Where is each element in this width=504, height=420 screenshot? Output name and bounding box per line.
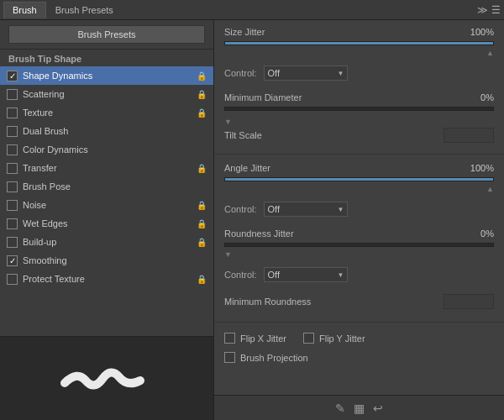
brush-item-dual-brush[interactable]: Dual Brush xyxy=(0,122,213,140)
control-select-wrapper-1: Off xyxy=(264,66,348,81)
brush-projection-checkbox[interactable] xyxy=(224,352,235,363)
min-diameter-track[interactable] xyxy=(224,107,494,111)
wet-edges-checkbox[interactable] xyxy=(7,218,18,229)
size-jitter-slider-row[interactable] xyxy=(224,41,494,49)
brush-pose-label: Brush Pose xyxy=(23,181,207,192)
size-jitter-section: Size Jitter 100% ▲ xyxy=(214,20,504,62)
flip-x-row: Flip X Jitter xyxy=(224,333,286,344)
control-row-1: Control: Off xyxy=(224,62,494,84)
texture-checkbox[interactable] xyxy=(7,108,18,118)
protect-texture-checkbox[interactable] xyxy=(7,274,18,285)
color-dynamics-label: Color Dynamics xyxy=(23,144,207,155)
min-diameter-label: Minimum Diameter xyxy=(224,92,465,102)
angle-jitter-row: Angle Jitter 100% xyxy=(224,163,494,173)
angle-jitter-slider-row[interactable] xyxy=(224,177,494,185)
min-diameter-section: Minimum Diameter 0% xyxy=(214,92,504,118)
min-diameter-slider-row[interactable] xyxy=(224,107,494,114)
lock-icon-texture: 🔒 xyxy=(197,108,207,118)
smoothing-label: Smoothing xyxy=(23,255,207,265)
smoothing-checkbox[interactable] xyxy=(7,255,18,266)
divider-1 xyxy=(214,154,504,155)
size-jitter-control: Control: Off xyxy=(214,62,504,92)
control-row-2: Control: Off xyxy=(224,198,494,220)
flip-x-label: Flip X Jitter xyxy=(240,333,286,344)
scroll-arrow-down[interactable]: ▼ xyxy=(214,118,504,126)
roundness-jitter-track[interactable] xyxy=(224,243,494,247)
brush-item-brush-pose[interactable]: Brush Pose xyxy=(0,177,213,196)
left-panel: Brush Presets Brush Tip Shape Shape Dyna… xyxy=(0,20,214,420)
flip-y-row: Flip Y Jitter xyxy=(303,333,365,344)
control-select-wrapper-3: Off xyxy=(264,267,348,282)
angle-jitter-label: Angle Jitter xyxy=(224,163,465,173)
roundness-jitter-slider-row[interactable] xyxy=(224,243,494,250)
angle-jitter-track[interactable] xyxy=(224,177,494,181)
shape-dynamics-label: Shape Dynamics xyxy=(23,71,197,81)
bottom-toolbar: ✎ ▦ ↩ xyxy=(214,395,504,420)
lock-icon-buildup: 🔒 xyxy=(197,238,207,247)
brush-item-buildup[interactable]: Build-up 🔒 xyxy=(0,233,213,251)
scattering-label: Scattering xyxy=(23,89,197,99)
roundness-jitter-row: Roundness Jitter 0% xyxy=(224,228,494,239)
expand-icon[interactable]: ≫ xyxy=(477,4,488,16)
brush-item-scattering[interactable]: Scattering 🔒 xyxy=(0,85,213,103)
back-icon[interactable]: ↩ xyxy=(373,402,383,415)
scattering-checkbox[interactable] xyxy=(7,89,18,100)
color-dynamics-checkbox[interactable] xyxy=(7,144,18,155)
brush-preview xyxy=(0,336,213,420)
grid-icon[interactable]: ▦ xyxy=(354,402,365,415)
control-select-3[interactable]: Off xyxy=(264,267,348,282)
wet-edges-label: Wet Edges xyxy=(23,218,197,228)
dual-brush-label: Dual Brush xyxy=(23,126,207,136)
brush-stroke-preview xyxy=(56,354,157,404)
brush-item-protect-texture[interactable]: Protect Texture 🔒 xyxy=(0,270,213,288)
brush-item-noise[interactable]: Noise 🔒 xyxy=(0,196,213,214)
scroll-arrow-up[interactable]: ▲ xyxy=(224,49,494,57)
angle-jitter-value: 100% xyxy=(465,163,494,173)
control-select-1[interactable]: Off xyxy=(264,66,348,81)
brush-projection-label: Brush Projection xyxy=(240,353,308,363)
buildup-checkbox[interactable] xyxy=(7,237,18,248)
min-roundness-input[interactable] xyxy=(444,294,494,309)
brush-item-texture[interactable]: Texture 🔒 xyxy=(0,103,213,122)
lock-icon-transfer: 🔒 xyxy=(197,164,207,173)
scroll-arrow-roundness[interactable]: ▼ xyxy=(224,250,494,259)
tilt-scale-input[interactable] xyxy=(444,128,494,143)
brush-item-transfer[interactable]: Transfer 🔒 xyxy=(0,159,213,177)
angle-jitter-fill xyxy=(225,178,493,181)
roundness-jitter-label: Roundness Jitter xyxy=(224,228,465,239)
scroll-arrow-angle[interactable]: ▲ xyxy=(224,185,494,193)
brush-item-smoothing[interactable]: Smoothing xyxy=(0,251,213,270)
brush-pose-checkbox[interactable] xyxy=(7,181,18,192)
flip-y-checkbox[interactable] xyxy=(303,333,314,344)
brush-tip-shape-label: Brush Tip Shape xyxy=(0,50,213,66)
size-jitter-track[interactable] xyxy=(224,41,494,45)
menu-icon[interactable]: ☰ xyxy=(491,4,501,16)
dual-brush-checkbox[interactable] xyxy=(7,126,18,137)
edit-icon[interactable]: ✎ xyxy=(335,402,345,415)
brush-item-shape-dynamics[interactable]: Shape Dynamics 🔒 xyxy=(0,66,213,85)
brush-projection-row: Brush Projection xyxy=(224,352,494,363)
size-jitter-fill xyxy=(225,42,493,45)
control-select-wrapper-2: Off xyxy=(264,202,348,217)
size-jitter-value: 100% xyxy=(465,27,494,37)
lock-icon: 🔒 xyxy=(197,71,207,81)
lock-icon-scattering: 🔒 xyxy=(197,90,207,99)
brush-presets-button[interactable]: Brush Presets xyxy=(8,25,205,44)
shape-dynamics-checkbox[interactable] xyxy=(7,71,18,81)
min-roundness-label: Minimum Roundness xyxy=(224,297,444,307)
brush-item-color-dynamics[interactable]: Color Dynamics xyxy=(0,140,213,159)
noise-checkbox[interactable] xyxy=(7,200,18,211)
control-select-2[interactable]: Off xyxy=(264,202,348,217)
transfer-checkbox[interactable] xyxy=(7,163,18,174)
brush-presets-btn-row: Brush Presets xyxy=(0,20,213,50)
flip-x-checkbox[interactable] xyxy=(224,333,235,344)
angle-jitter-control: Control: Off xyxy=(214,198,504,228)
tab-brush-presets[interactable]: Brush Presets xyxy=(46,2,123,18)
control-label-3: Control: xyxy=(224,270,257,280)
flip-row: Flip X Jitter Flip Y Jitter xyxy=(224,333,494,347)
flip-y-label: Flip Y Jitter xyxy=(319,333,365,344)
right-panel: Size Jitter 100% ▲ Control: Off xyxy=(214,20,504,420)
main-layout: Brush Presets Brush Tip Shape Shape Dyna… xyxy=(0,20,504,420)
tab-brush[interactable]: Brush xyxy=(3,2,46,18)
brush-item-wet-edges[interactable]: Wet Edges 🔒 xyxy=(0,214,213,233)
